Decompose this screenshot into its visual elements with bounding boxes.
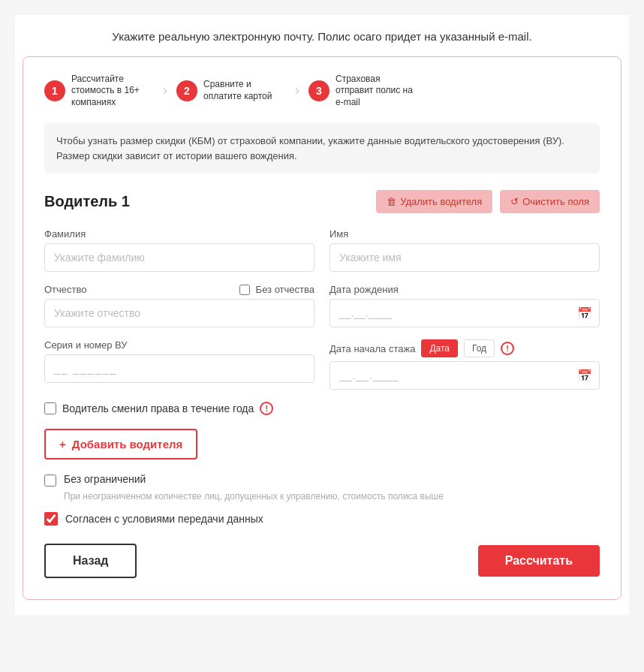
vu-stazh-row: Серия и номер ВУ Дата начала стажа Дата …	[44, 339, 600, 390]
birth-date-label: Дата рождения	[330, 284, 600, 295]
plus-icon: +	[59, 438, 66, 451]
steps-row: 1 Рассчитайте стоимость в 16+ компаниях …	[44, 74, 600, 109]
birth-date-input[interactable]	[330, 299, 600, 327]
stazh-tab-year[interactable]: Год	[464, 339, 495, 357]
step-3: 3 Страховая отправит полис на e-mail	[308, 74, 418, 109]
clear-fields-label: Очистить поля	[522, 196, 589, 207]
step-arrow-2: ›	[295, 83, 299, 98]
first-name-input[interactable]	[330, 243, 600, 272]
clear-fields-button[interactable]: ↺ Очистить поля	[500, 190, 600, 213]
info-box: Чтобы узнать размер скидки (КБМ) от стра…	[44, 123, 600, 173]
step-1-circle: 1	[44, 80, 65, 101]
form-card: 1 Рассчитайте стоимость в 16+ компаниях …	[23, 56, 621, 601]
agree-checkbox[interactable]	[44, 512, 58, 526]
no-limits-subtext: При неограниченном количестве лиц, допущ…	[64, 491, 600, 502]
last-name-label: Фамилия	[44, 228, 314, 240]
stazh-tab-date[interactable]: Дата	[421, 339, 458, 357]
patronymic-label-row: Отчество Без отчества	[44, 284, 314, 295]
last-name-group: Фамилия	[44, 228, 314, 272]
changed-rights-info-icon[interactable]: !	[260, 402, 273, 415]
agree-row: Согласен с условиями передачи данных	[44, 512, 600, 526]
name-row: Фамилия Имя	[44, 228, 600, 272]
changed-rights-row: Водитель сменил права в течение года !	[44, 402, 600, 415]
add-driver-label: Добавить водителя	[72, 438, 183, 451]
step-2-text: Сравните и оплатите картой	[203, 79, 286, 102]
add-driver-button[interactable]: + Добавить водителя	[44, 429, 197, 460]
no-limits-checkbox[interactable]	[44, 475, 56, 487]
vu-input[interactable]	[44, 354, 314, 383]
patronymic-group: Отчество Без отчества	[44, 284, 314, 327]
driver-header: Водитель 1 🗑 Удалить водителя ↺ Очистить…	[44, 190, 600, 213]
driver-actions: 🗑 Удалить водителя ↺ Очистить поля	[376, 190, 600, 213]
back-button[interactable]: Назад	[44, 544, 137, 578]
step-1: 1 Рассчитайте стоимость в 16+ компаниях	[44, 74, 154, 109]
last-name-input[interactable]	[44, 243, 314, 272]
step-2-circle: 2	[176, 80, 197, 101]
no-limits-text: Без ограничений	[64, 473, 146, 485]
step-3-text: Страховая отправит полис на e-mail	[336, 74, 418, 109]
calculate-button[interactable]: Рассчитать	[478, 545, 600, 577]
stazh-label-row: Дата начала стажа Дата Год !	[330, 339, 600, 357]
patronymic-birth-row: Отчество Без отчества Дата рождения 📅	[44, 284, 600, 327]
step-3-circle: 3	[308, 80, 330, 101]
stazh-input-wrap: 📅	[330, 361, 600, 390]
changed-rights-label: Водитель сменил права в течение года	[62, 402, 254, 414]
no-patronymic-label[interactable]: Без отчества	[239, 284, 314, 295]
no-patronymic-checkbox[interactable]	[239, 285, 250, 295]
patronymic-label: Отчество	[44, 284, 87, 295]
step-arrow-1: ›	[163, 83, 167, 98]
agree-label: Согласен с условиями передачи данных	[65, 513, 263, 525]
delete-driver-button[interactable]: 🗑 Удалить водителя	[376, 190, 492, 213]
refresh-icon: ↺	[510, 196, 519, 207]
bottom-actions: Назад Рассчитать	[44, 544, 600, 578]
vu-label: Серия и номер ВУ	[44, 339, 314, 351]
step-2: 2 Сравните и оплатите картой	[176, 79, 286, 102]
first-name-group: Имя	[330, 228, 600, 272]
driver-title: Водитель 1	[44, 193, 130, 210]
no-patronymic-text: Без отчества	[256, 284, 314, 295]
stazh-group: Дата начала стажа Дата Год ! 📅	[330, 339, 600, 390]
trash-icon: 🗑	[387, 196, 396, 207]
top-notice: Укажите реальную электронную почту. Поли…	[15, 15, 629, 56]
stazh-info-icon[interactable]: !	[501, 342, 514, 355]
patronymic-input[interactable]	[44, 299, 314, 327]
step-1-text: Рассчитайте стоимость в 16+ компаниях	[71, 74, 154, 109]
changed-rights-checkbox[interactable]	[44, 402, 56, 414]
birth-date-group: Дата рождения 📅	[330, 284, 600, 327]
stazh-input[interactable]	[330, 361, 600, 390]
birth-date-input-wrap: 📅	[330, 299, 600, 327]
stazh-label: Дата начала стажа	[330, 343, 415, 354]
vu-group: Серия и номер ВУ	[44, 339, 314, 390]
no-limits-row: Без ограничений	[44, 473, 600, 487]
first-name-label: Имя	[330, 228, 600, 240]
delete-driver-label: Удалить водителя	[400, 196, 482, 207]
